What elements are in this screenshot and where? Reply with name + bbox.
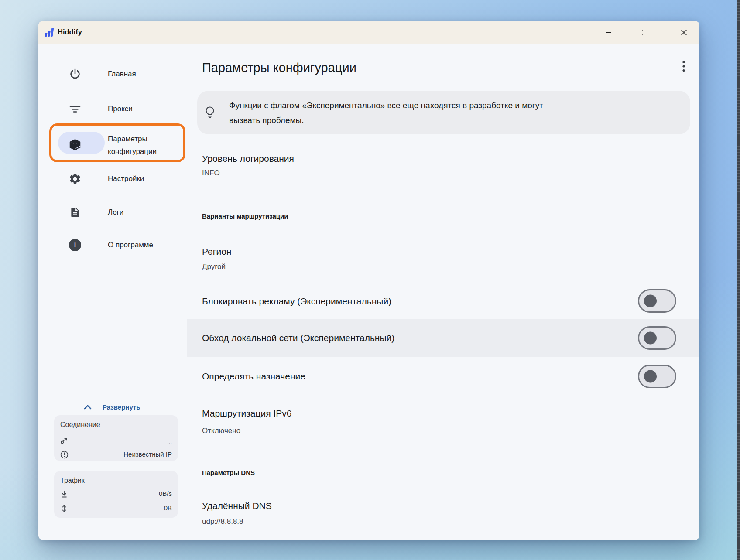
resolve-destination-title[interactable]: Определять назначение: [202, 370, 305, 383]
sidebar-item-label: Параметры конфигурации: [108, 133, 157, 158]
resolve-destination-toggle[interactable]: [638, 365, 676, 388]
log-level-value: INFO: [202, 168, 220, 178]
ping-icon: [60, 437, 69, 444]
hiddify-window: Hiddify Главная: [38, 21, 699, 540]
power-icon: [69, 68, 82, 81]
remote-dns-title[interactable]: Удалённый DNS: [202, 499, 272, 512]
divider: [197, 451, 690, 451]
up-down-arrow-icon: [61, 504, 67, 513]
bypass-lan-toggle[interactable]: [638, 326, 676, 350]
download-icon: [60, 490, 68, 498]
total-traffic-value: 0B: [164, 503, 172, 513]
kebab-menu-icon: [682, 61, 685, 72]
routing-section-header: Варианты маршрутизации: [202, 212, 288, 221]
region-value: Другой: [202, 262, 226, 272]
sidebar-item-label: Главная: [108, 70, 136, 79]
notice-text-line1: Функции с флагом «Экспериментально» все …: [229, 99, 543, 112]
ip-value: Неизвестный IP: [123, 449, 172, 460]
lightbulb-icon: [204, 106, 216, 119]
chevron-up-icon: [84, 405, 92, 410]
notice-text-line2: вызвать проблемы.: [229, 114, 304, 126]
sidebar-item-label: О программе: [108, 241, 153, 249]
minimize-button[interactable]: [596, 21, 620, 44]
block-ads-toggle[interactable]: [638, 289, 676, 313]
filter-icon: [69, 103, 81, 115]
ipv6-routing-value: Отключено: [202, 426, 240, 436]
block-ads-title[interactable]: Блокировать рекламу (Экспериментальный): [202, 295, 391, 308]
remote-dns-value: udp://8.8.8.8: [202, 516, 243, 527]
toggle-thumb: [644, 332, 657, 345]
maximize-icon: [642, 30, 648, 35]
region-title[interactable]: Регион: [202, 245, 231, 258]
sidebar-item-logs[interactable]: Логи: [58, 203, 189, 222]
hiddify-logo-icon: [44, 27, 55, 38]
close-button[interactable]: [671, 21, 696, 44]
download-speed-value: 0B/s: [159, 488, 172, 499]
sidebar-item-proxies[interactable]: Прокси: [58, 99, 189, 119]
maximize-button[interactable]: [632, 21, 657, 44]
bypass-lan-title: Обход локальной сети (Экспериментальный): [202, 331, 394, 345]
sidebar-item-label: Логи: [108, 208, 123, 217]
sidebar-item-label: Прокси: [108, 105, 133, 113]
titlebar[interactable]: Hiddify: [38, 21, 699, 44]
experimental-notice: Функции с флагом «Экспериментально» все …: [197, 91, 690, 134]
close-icon: [681, 30, 687, 35]
sidebar-item-label: Настройки: [108, 174, 144, 183]
ping-value: ...: [167, 437, 172, 447]
ipv6-routing-title[interactable]: Маршрутизация IPv6: [202, 407, 292, 420]
expand-label: Развернуть: [103, 403, 140, 411]
log-level-title[interactable]: Уровень логирования: [202, 152, 294, 165]
more-options-button[interactable]: [678, 61, 689, 72]
desktop: Hiddify Главная: [0, 0, 740, 560]
expand-button[interactable]: Развернуть: [84, 401, 140, 413]
package-icon: [67, 138, 83, 152]
connection-card-title: Соединение: [60, 420, 100, 430]
dns-section-header: Параметры DNS: [202, 468, 255, 478]
screen-edge-strip: [737, 0, 740, 560]
minimize-icon: [606, 32, 611, 33]
divider: [197, 195, 690, 195]
toggle-thumb: [644, 370, 657, 383]
connection-card[interactable]: Соединение ... Неизвестный IP: [54, 415, 178, 461]
alert-circle-icon: [60, 451, 69, 459]
window-body: Главная Прокси Параметры конфигурации: [38, 44, 699, 540]
sidebar-item-config-options[interactable]: Параметры конфигурации: [58, 129, 189, 161]
traffic-card-title: Трафик: [60, 475, 85, 486]
traffic-card: Трафик 0B/s 0B: [54, 471, 178, 518]
document-icon: [69, 206, 81, 219]
gear-icon: [69, 172, 82, 185]
sidebar-item-settings[interactable]: Настройки: [58, 169, 189, 188]
page-title: Параметры конфигурации: [202, 59, 356, 76]
sidebar-item-home[interactable]: Главная: [58, 65, 189, 84]
sidebar-item-about[interactable]: i О программе: [58, 236, 189, 255]
app-title: Hiddify: [58, 28, 82, 36]
info-icon: i: [69, 239, 81, 251]
toggle-thumb: [644, 295, 657, 307]
